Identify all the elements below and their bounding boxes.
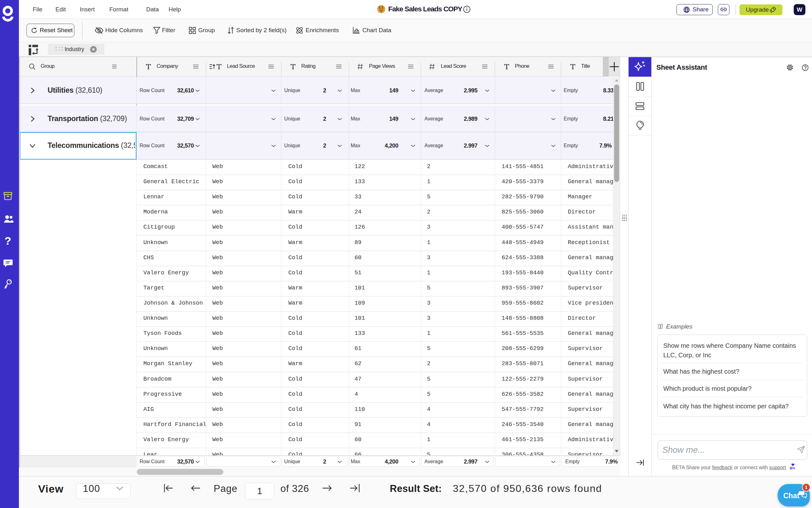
svg-text:$: $ (382, 6, 383, 9)
svg-text:$: $ (379, 6, 381, 9)
